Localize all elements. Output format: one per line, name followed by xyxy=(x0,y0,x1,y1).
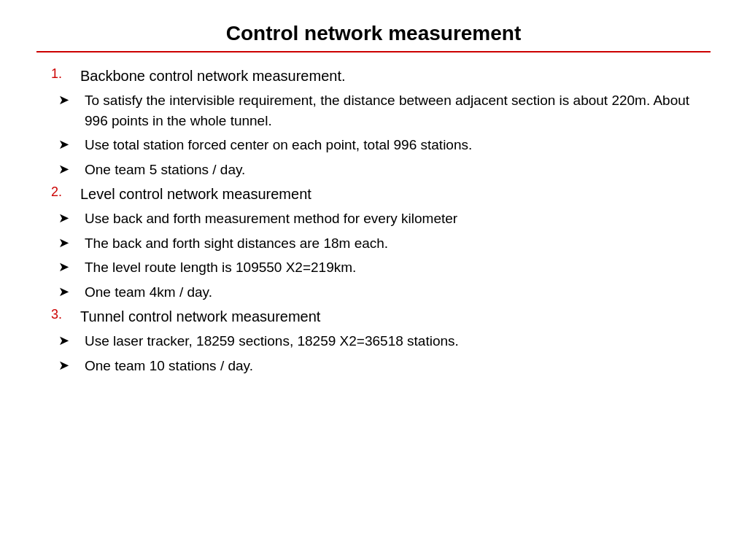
title-section: Control network measurement xyxy=(36,22,711,45)
bullet-item: ➤To satisfy the intervisible requirement… xyxy=(51,90,711,131)
bullet-text: One team 4km / day. xyxy=(85,282,212,303)
bullet-arrow-icon: ➤ xyxy=(58,331,85,349)
item-text: Backbone control network measurement. xyxy=(80,66,346,86)
bullet-item: ➤One team 10 stations / day. xyxy=(51,356,711,376)
bullet-item: ➤The level route length is 109550 X2=219… xyxy=(51,257,711,278)
title-divider xyxy=(36,51,711,52)
content-area: 1.Backbone control network measurement.➤… xyxy=(36,66,711,376)
bullet-arrow-icon: ➤ xyxy=(58,135,85,152)
slide: Control network measurement 1.Backbone c… xyxy=(0,0,747,560)
bullet-arrow-icon: ➤ xyxy=(58,356,85,373)
numbered-item: 3.Tunnel control network measurement xyxy=(51,306,711,327)
item-text: Tunnel control network measurement xyxy=(80,306,320,327)
bullet-text: The back and forth sight distances are 1… xyxy=(85,233,388,254)
bullet-arrow-icon: ➤ xyxy=(58,209,85,226)
numbered-item: 1.Backbone control network measurement. xyxy=(51,66,711,86)
bullet-item: ➤Use total station forced center on each… xyxy=(51,135,711,155)
bullet-arrow-icon: ➤ xyxy=(58,90,85,108)
bullet-text: Use total station forced center on each … xyxy=(85,135,472,155)
item-number: 1. xyxy=(51,66,80,82)
bullet-arrow-icon: ➤ xyxy=(58,233,85,251)
bullet-text: One team 10 stations / day. xyxy=(85,356,253,376)
bullet-item: ➤One team 5 stations / day. xyxy=(51,160,711,180)
bullet-item: ➤ One team 4km / day. xyxy=(51,282,711,303)
bullet-arrow-icon: ➤ xyxy=(58,282,85,300)
slide-title: Control network measurement xyxy=(36,22,711,45)
numbered-item: 2.Level control network measurement xyxy=(51,184,711,204)
bullet-text: Use back and forth measurement method fo… xyxy=(85,209,457,229)
bullet-text: The level route length is 109550 X2=219k… xyxy=(85,257,356,278)
bullet-item: ➤Use laser tracker, 18259 sections, 1825… xyxy=(51,331,711,351)
bullet-item: ➤The back and forth sight distances are … xyxy=(51,233,711,254)
bullet-item: ➤Use back and forth measurement method f… xyxy=(51,209,711,229)
bullet-text: One team 5 stations / day. xyxy=(85,160,245,180)
bullet-text: To satisfy the intervisible requirement,… xyxy=(85,90,711,131)
item-number: 3. xyxy=(51,306,80,322)
bullet-text: Use laser tracker, 18259 sections, 18259… xyxy=(85,331,459,351)
bullet-arrow-icon: ➤ xyxy=(58,160,85,177)
bullet-arrow-icon: ➤ xyxy=(58,257,85,275)
item-text: Level control network measurement xyxy=(80,184,311,204)
item-number: 2. xyxy=(51,184,80,200)
